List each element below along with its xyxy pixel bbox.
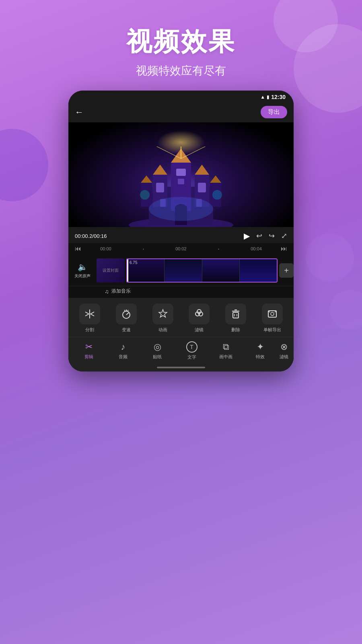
add-clip-button[interactable]: +	[279, 263, 294, 278]
header-section: 视频效果 视频特效应有尽有	[0, 0, 362, 78]
filter2-nav-icon: ⊗	[280, 342, 288, 352]
nav-effects[interactable]: ✦ 特效	[243, 342, 278, 360]
text-nav-icon-box: T	[186, 341, 197, 353]
bottom-toolbar: 分割 变速	[68, 298, 294, 372]
ruler-mark-2: 00:04	[251, 246, 262, 251]
ruler-dot-1: •	[143, 247, 144, 251]
nav-edit[interactable]: ✂ 剪辑	[72, 342, 106, 360]
nav-audio[interactable]: ♪ 音频	[106, 342, 140, 360]
animation-icon-box	[152, 303, 173, 324]
undo-icon[interactable]: ↩	[256, 231, 262, 240]
video-background	[68, 122, 294, 227]
svg-marker-13	[210, 175, 221, 183]
ruler-dot-2: •	[218, 247, 219, 251]
clip-strip-inner: 6.75	[127, 259, 277, 282]
playback-controls: ▶ ↩ ↪ ⤢	[244, 231, 287, 241]
text-nav-icon: T	[190, 344, 193, 350]
svg-point-22	[140, 190, 150, 200]
ruler-marks: 00:00 • 00:02 • 00:04	[81, 246, 281, 251]
mute-icon: 🔈	[78, 262, 88, 272]
mute-section[interactable]: 🔈 关闭原声	[68, 262, 97, 279]
frame-export-icon-box	[262, 303, 283, 324]
animation-icon	[158, 309, 168, 319]
svg-rect-5	[178, 179, 184, 184]
svg-line-18	[153, 147, 181, 159]
tool-animation[interactable]: 动画	[144, 303, 181, 333]
svg-line-27	[90, 312, 94, 314]
pip-nav-icon: ⧉	[223, 342, 229, 352]
play-button[interactable]: ▶	[244, 231, 250, 241]
tool-frame-export[interactable]: 单帧导出	[254, 303, 290, 333]
speed-icon	[121, 309, 132, 319]
tool-row-nav: ✂ 剪辑 ♪ 音频 ◎ 贴纸	[68, 337, 294, 367]
svg-marker-9	[195, 165, 209, 175]
tool-row-primary: 分割 变速	[68, 298, 294, 337]
cover-thumbnail[interactable]: 设置封面	[97, 258, 125, 283]
svg-point-23	[212, 190, 222, 200]
split-icon-box	[79, 303, 100, 324]
music-label: 添加音乐	[111, 288, 131, 295]
music-track[interactable]: ♫ 添加音乐	[68, 286, 294, 298]
svg-marker-7	[153, 165, 167, 175]
sticker-nav-icon: ◎	[154, 342, 161, 352]
sticker-nav-label: 贴纸	[153, 354, 162, 360]
svg-rect-4	[176, 169, 186, 176]
timeline-ruler: ⏮ 00:00 • 00:02 • 00:04 ⏭	[68, 243, 294, 254]
home-indicator-area	[68, 367, 294, 372]
svg-line-28	[90, 314, 94, 316]
status-icons: ▲ ▮ 12:30	[260, 94, 286, 100]
fullscreen-icon[interactable]: ⤢	[281, 231, 287, 240]
svg-line-25	[85, 312, 89, 314]
frame-export-icon	[267, 309, 278, 319]
cover-label: 设置封面	[103, 268, 119, 273]
animation-label: 动画	[158, 327, 167, 333]
editing-section: 00:00.2/00:16 ▶ ↩ ↪ ⤢ ⏮ 00:00 • 00:02 • …	[68, 227, 294, 372]
frame-export-label: 单帧导出	[263, 327, 281, 333]
delete-icon-box	[225, 303, 246, 324]
audio-nav-label: 音频	[119, 354, 128, 360]
clip-strip[interactable]: 6.75	[126, 258, 278, 283]
phone-frame: ▲ ▮ 12:30 ← 导出	[68, 91, 294, 372]
mute-label: 关闭原声	[74, 273, 90, 279]
page-subtitle: 视频特效应有尽有	[0, 63, 362, 78]
svg-line-33	[128, 310, 128, 311]
svg-marker-11	[141, 175, 152, 183]
svg-rect-38	[233, 312, 239, 318]
effects-nav-label: 特效	[256, 354, 265, 360]
delete-label: 删除	[231, 327, 240, 333]
pip-nav-label: 画中画	[219, 354, 232, 360]
time-display: 00:00.2/00:16	[75, 233, 107, 239]
filter-icon	[194, 309, 204, 319]
castle-illustration	[113, 147, 249, 227]
nav-filter2[interactable]: ⊗ 滤镜	[278, 342, 290, 360]
nav-pip[interactable]: ⧉ 画中画	[209, 342, 243, 360]
tool-speed[interactable]: 变速	[108, 303, 145, 333]
ruler-mark-0: 00:00	[100, 246, 111, 251]
effects-nav-icon: ✦	[257, 342, 264, 352]
filter2-nav-label: 滤镜	[280, 354, 288, 360]
redo-icon[interactable]: ↪	[269, 231, 275, 240]
speed-label: 变速	[122, 327, 131, 333]
nav-sticker[interactable]: ◎ 贴纸	[140, 342, 175, 360]
edit-nav-label: 剪辑	[84, 354, 93, 360]
skip-start-icon[interactable]: ⏮	[75, 245, 81, 252]
video-area	[68, 122, 294, 227]
signal-icon: ▲	[260, 94, 265, 100]
app-topbar: ← 导出	[68, 103, 294, 122]
skip-end-icon[interactable]: ⏭	[281, 245, 287, 252]
export-button[interactable]: 导出	[261, 106, 287, 118]
tool-split[interactable]: 分割	[72, 303, 108, 333]
svg-rect-15	[198, 183, 206, 192]
page-title: 视频效果	[0, 24, 362, 59]
tool-filter[interactable]: 滤镜	[181, 303, 218, 333]
status-bar: ▲ ▮ 12:30	[68, 91, 294, 103]
svg-marker-34	[159, 310, 167, 317]
nav-text[interactable]: T 文字	[175, 341, 209, 360]
speed-icon-box	[116, 303, 137, 324]
tool-delete[interactable]: 删除	[218, 303, 254, 333]
back-button[interactable]: ←	[75, 107, 84, 118]
music-note-icon: ♫	[105, 288, 109, 295]
split-icon	[84, 309, 95, 319]
audio-nav-icon: ♪	[121, 342, 125, 352]
battery-icon: ▮	[267, 94, 269, 100]
